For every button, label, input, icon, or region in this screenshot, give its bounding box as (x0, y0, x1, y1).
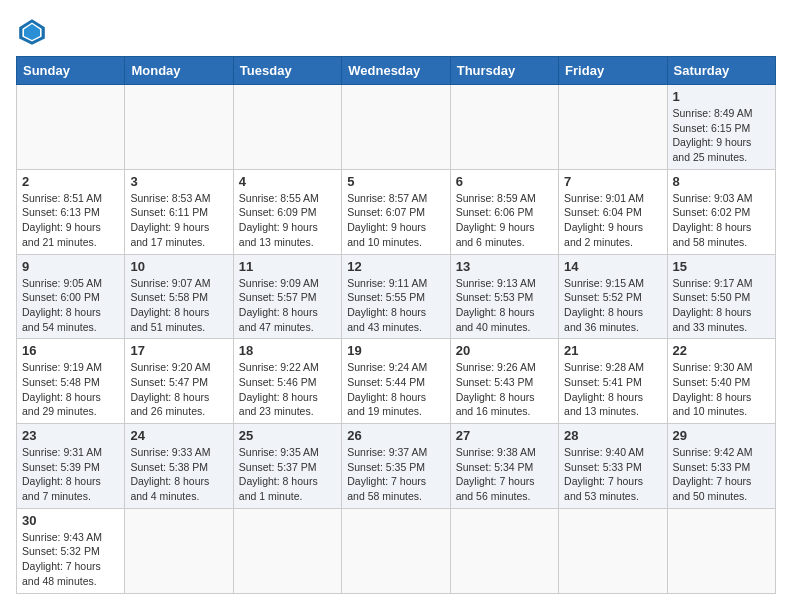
calendar-cell: 6Sunrise: 8:59 AM Sunset: 6:06 PM Daylig… (450, 169, 558, 254)
calendar-cell: 21Sunrise: 9:28 AM Sunset: 5:41 PM Dayli… (559, 339, 667, 424)
calendar-cell (233, 85, 341, 170)
day-number: 30 (22, 513, 119, 528)
day-info: Sunrise: 9:09 AM Sunset: 5:57 PM Dayligh… (239, 276, 336, 335)
day-info: Sunrise: 8:59 AM Sunset: 6:06 PM Dayligh… (456, 191, 553, 250)
day-info: Sunrise: 9:01 AM Sunset: 6:04 PM Dayligh… (564, 191, 661, 250)
logo (16, 16, 52, 48)
day-number: 18 (239, 343, 336, 358)
calendar-cell: 18Sunrise: 9:22 AM Sunset: 5:46 PM Dayli… (233, 339, 341, 424)
calendar-cell: 16Sunrise: 9:19 AM Sunset: 5:48 PM Dayli… (17, 339, 125, 424)
day-info: Sunrise: 8:51 AM Sunset: 6:13 PM Dayligh… (22, 191, 119, 250)
calendar-cell: 23Sunrise: 9:31 AM Sunset: 5:39 PM Dayli… (17, 424, 125, 509)
calendar-cell: 25Sunrise: 9:35 AM Sunset: 5:37 PM Dayli… (233, 424, 341, 509)
day-number: 26 (347, 428, 444, 443)
weekday-header-monday: Monday (125, 57, 233, 85)
calendar-cell: 9Sunrise: 9:05 AM Sunset: 6:00 PM Daylig… (17, 254, 125, 339)
calendar-week-row: 9Sunrise: 9:05 AM Sunset: 6:00 PM Daylig… (17, 254, 776, 339)
calendar-cell (450, 508, 558, 593)
day-number: 20 (456, 343, 553, 358)
calendar-week-row: 30Sunrise: 9:43 AM Sunset: 5:32 PM Dayli… (17, 508, 776, 593)
calendar-cell (559, 85, 667, 170)
calendar-cell: 8Sunrise: 9:03 AM Sunset: 6:02 PM Daylig… (667, 169, 775, 254)
day-info: Sunrise: 9:37 AM Sunset: 5:35 PM Dayligh… (347, 445, 444, 504)
calendar-cell: 19Sunrise: 9:24 AM Sunset: 5:44 PM Dayli… (342, 339, 450, 424)
day-number: 16 (22, 343, 119, 358)
day-info: Sunrise: 8:49 AM Sunset: 6:15 PM Dayligh… (673, 106, 770, 165)
weekday-header-friday: Friday (559, 57, 667, 85)
page-header (16, 16, 776, 48)
calendar-cell (342, 85, 450, 170)
day-number: 10 (130, 259, 227, 274)
calendar-table: SundayMondayTuesdayWednesdayThursdayFrid… (16, 56, 776, 594)
calendar-cell: 22Sunrise: 9:30 AM Sunset: 5:40 PM Dayli… (667, 339, 775, 424)
calendar-cell: 2Sunrise: 8:51 AM Sunset: 6:13 PM Daylig… (17, 169, 125, 254)
day-number: 27 (456, 428, 553, 443)
calendar-cell: 17Sunrise: 9:20 AM Sunset: 5:47 PM Dayli… (125, 339, 233, 424)
day-number: 5 (347, 174, 444, 189)
day-info: Sunrise: 9:30 AM Sunset: 5:40 PM Dayligh… (673, 360, 770, 419)
calendar-cell: 30Sunrise: 9:43 AM Sunset: 5:32 PM Dayli… (17, 508, 125, 593)
day-info: Sunrise: 9:19 AM Sunset: 5:48 PM Dayligh… (22, 360, 119, 419)
day-info: Sunrise: 9:22 AM Sunset: 5:46 PM Dayligh… (239, 360, 336, 419)
calendar-cell: 7Sunrise: 9:01 AM Sunset: 6:04 PM Daylig… (559, 169, 667, 254)
day-info: Sunrise: 9:26 AM Sunset: 5:43 PM Dayligh… (456, 360, 553, 419)
calendar-cell (667, 508, 775, 593)
day-number: 12 (347, 259, 444, 274)
day-number: 6 (456, 174, 553, 189)
day-info: Sunrise: 9:42 AM Sunset: 5:33 PM Dayligh… (673, 445, 770, 504)
calendar-cell: 11Sunrise: 9:09 AM Sunset: 5:57 PM Dayli… (233, 254, 341, 339)
calendar-cell: 20Sunrise: 9:26 AM Sunset: 5:43 PM Dayli… (450, 339, 558, 424)
day-number: 15 (673, 259, 770, 274)
day-info: Sunrise: 9:05 AM Sunset: 6:00 PM Dayligh… (22, 276, 119, 335)
day-number: 3 (130, 174, 227, 189)
calendar-cell: 5Sunrise: 8:57 AM Sunset: 6:07 PM Daylig… (342, 169, 450, 254)
day-number: 23 (22, 428, 119, 443)
calendar-cell: 1Sunrise: 8:49 AM Sunset: 6:15 PM Daylig… (667, 85, 775, 170)
calendar-cell (342, 508, 450, 593)
generalblue-logo-icon (16, 16, 48, 48)
calendar-week-row: 2Sunrise: 8:51 AM Sunset: 6:13 PM Daylig… (17, 169, 776, 254)
calendar-cell: 27Sunrise: 9:38 AM Sunset: 5:34 PM Dayli… (450, 424, 558, 509)
day-info: Sunrise: 9:43 AM Sunset: 5:32 PM Dayligh… (22, 530, 119, 589)
day-number: 2 (22, 174, 119, 189)
day-number: 24 (130, 428, 227, 443)
day-info: Sunrise: 9:33 AM Sunset: 5:38 PM Dayligh… (130, 445, 227, 504)
day-number: 8 (673, 174, 770, 189)
calendar-cell (233, 508, 341, 593)
day-info: Sunrise: 9:35 AM Sunset: 5:37 PM Dayligh… (239, 445, 336, 504)
day-info: Sunrise: 9:11 AM Sunset: 5:55 PM Dayligh… (347, 276, 444, 335)
day-number: 7 (564, 174, 661, 189)
day-number: 28 (564, 428, 661, 443)
day-info: Sunrise: 9:15 AM Sunset: 5:52 PM Dayligh… (564, 276, 661, 335)
day-info: Sunrise: 8:57 AM Sunset: 6:07 PM Dayligh… (347, 191, 444, 250)
weekday-header-thursday: Thursday (450, 57, 558, 85)
calendar-cell: 15Sunrise: 9:17 AM Sunset: 5:50 PM Dayli… (667, 254, 775, 339)
day-number: 4 (239, 174, 336, 189)
calendar-cell (125, 508, 233, 593)
weekday-header-wednesday: Wednesday (342, 57, 450, 85)
day-number: 22 (673, 343, 770, 358)
calendar-cell: 10Sunrise: 9:07 AM Sunset: 5:58 PM Dayli… (125, 254, 233, 339)
day-number: 9 (22, 259, 119, 274)
calendar-cell: 12Sunrise: 9:11 AM Sunset: 5:55 PM Dayli… (342, 254, 450, 339)
calendar-cell: 29Sunrise: 9:42 AM Sunset: 5:33 PM Dayli… (667, 424, 775, 509)
day-info: Sunrise: 9:07 AM Sunset: 5:58 PM Dayligh… (130, 276, 227, 335)
day-number: 13 (456, 259, 553, 274)
day-info: Sunrise: 8:55 AM Sunset: 6:09 PM Dayligh… (239, 191, 336, 250)
day-number: 19 (347, 343, 444, 358)
day-info: Sunrise: 9:20 AM Sunset: 5:47 PM Dayligh… (130, 360, 227, 419)
weekday-header-tuesday: Tuesday (233, 57, 341, 85)
day-number: 17 (130, 343, 227, 358)
day-number: 25 (239, 428, 336, 443)
day-info: Sunrise: 9:38 AM Sunset: 5:34 PM Dayligh… (456, 445, 553, 504)
calendar-cell (125, 85, 233, 170)
weekday-header-row: SundayMondayTuesdayWednesdayThursdayFrid… (17, 57, 776, 85)
day-number: 1 (673, 89, 770, 104)
day-info: Sunrise: 9:03 AM Sunset: 6:02 PM Dayligh… (673, 191, 770, 250)
calendar-cell: 26Sunrise: 9:37 AM Sunset: 5:35 PM Dayli… (342, 424, 450, 509)
day-info: Sunrise: 9:40 AM Sunset: 5:33 PM Dayligh… (564, 445, 661, 504)
calendar-week-row: 1Sunrise: 8:49 AM Sunset: 6:15 PM Daylig… (17, 85, 776, 170)
calendar-cell (450, 85, 558, 170)
calendar-cell: 28Sunrise: 9:40 AM Sunset: 5:33 PM Dayli… (559, 424, 667, 509)
day-info: Sunrise: 9:17 AM Sunset: 5:50 PM Dayligh… (673, 276, 770, 335)
